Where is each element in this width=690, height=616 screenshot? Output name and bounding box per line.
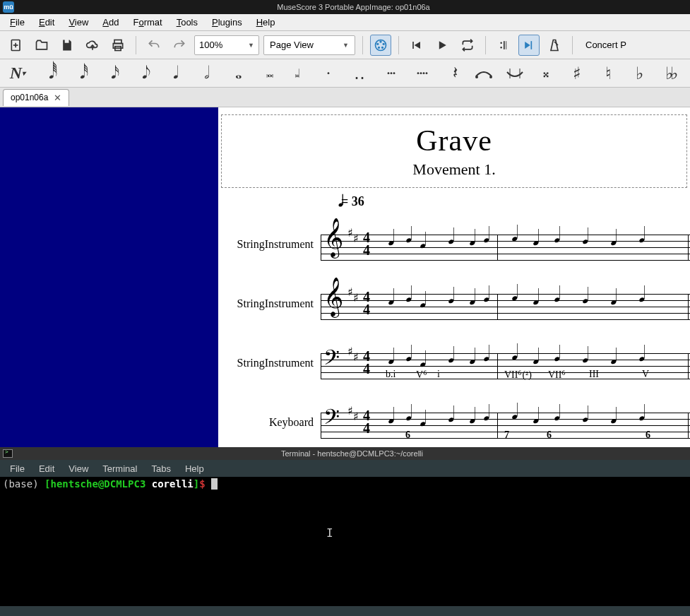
double-flat-button[interactable]: ♭♭: [658, 61, 682, 85]
staff-row[interactable]: StringInstrument𝄢♯♯44𝅘𝅥𝅘𝅥𝅘𝅥𝅘𝅥𝅘𝅥𝅘𝅥𝅘𝅥𝅘𝅥𝅘𝅥𝅘…: [218, 333, 690, 393]
roman-numeral[interactable]: b.i: [386, 369, 395, 380]
open-file-button[interactable]: [31, 35, 52, 56]
note-input-button[interactable]: N▾: [6, 61, 30, 85]
menu-edit[interactable]: Edit: [32, 14, 61, 30]
triple-dot-button[interactable]: ···: [379, 61, 403, 85]
close-tab-icon[interactable]: ✕: [54, 93, 61, 103]
staff-area[interactable]: 𝄞♯♯44𝅘𝅥𝅘𝅥𝅘𝅥𝅘𝅥𝅘𝅥𝅘𝅥𝅘𝅥𝅘𝅥𝅘𝅥𝅘𝅥𝅘𝅥𝅘𝅥: [321, 215, 690, 274]
new-file-button[interactable]: [6, 35, 27, 56]
note-whole-button[interactable]: 𝅝: [223, 61, 247, 85]
roman-numeral[interactable]: VII⁶: [548, 369, 566, 381]
figured-bass[interactable]: 6: [547, 430, 552, 441]
document-tabbar: op01n06a ✕: [0, 88, 690, 107]
term-menu-help[interactable]: Help: [178, 461, 211, 477]
terminal-body[interactable]: (base) [hentsche@DCMLPC3 corelli]$ 𝙸: [0, 477, 690, 606]
chevron-down-icon: ▼: [343, 42, 349, 49]
menu-format[interactable]: Format: [126, 14, 169, 30]
double-sharp-button[interactable]: 𝄪: [534, 61, 558, 85]
sharp-button[interactable]: ♯: [565, 61, 589, 85]
svg-marker-15: [439, 41, 446, 49]
musescore-window: mū MuseScore 3 Portable AppImage: op01n0…: [0, 0, 690, 447]
quad-dot-button[interactable]: ····: [410, 61, 434, 85]
redo-button[interactable]: [169, 35, 190, 56]
flat-button[interactable]: ♭: [627, 61, 651, 85]
pan-button[interactable]: [518, 35, 540, 56]
midi-input-button[interactable]: [370, 35, 391, 56]
menu-view[interactable]: View: [61, 14, 95, 30]
treble-clef-icon: 𝄞: [323, 280, 343, 314]
roman-numeral[interactable]: i: [437, 369, 440, 380]
staff-label: StringInstrument: [218, 357, 321, 369]
toolbar-separator: [485, 36, 486, 54]
slur-button[interactable]: [503, 61, 527, 85]
save-button[interactable]: [56, 35, 78, 56]
rest-button[interactable]: 𝄽: [441, 61, 465, 85]
menu-help[interactable]: Help: [249, 14, 282, 30]
cloud-save-button[interactable]: [82, 35, 103, 56]
document-tab[interactable]: op01n06a ✕: [3, 89, 69, 106]
menu-plugins[interactable]: Plugins: [205, 14, 249, 30]
note-8th-button[interactable]: 𝅘𝅥𝅮: [130, 61, 154, 85]
roman-numeral[interactable]: V: [642, 369, 649, 380]
term-menu-edit[interactable]: Edit: [32, 461, 61, 477]
rewind-button[interactable]: [406, 35, 427, 56]
term-menu-file[interactable]: File: [3, 461, 32, 477]
note-longa-button[interactable]: 𝆷: [285, 61, 309, 85]
toolbar-separator: [572, 36, 573, 54]
key-signature: ♯♯: [347, 407, 359, 420]
roman-numeral[interactable]: VII⁶(²): [504, 369, 532, 381]
figured-bass[interactable]: 6: [646, 430, 650, 441]
play-button[interactable]: [432, 35, 453, 56]
note-breve-button[interactable]: 𝅜: [254, 61, 278, 85]
repeat-button[interactable]: [493, 35, 514, 56]
figured-bass[interactable]: 7: [504, 430, 509, 441]
terminal-titlebar: Terminal - hentsche@DCMLPC3:~/corelli: [0, 447, 690, 460]
key-signature: ♯♯: [347, 348, 359, 361]
staff-area[interactable]: 𝄞♯♯44𝅘𝅥𝅘𝅥𝅘𝅥𝅘𝅥𝅘𝅥𝅘𝅥𝅘𝅥𝅘𝅥𝅘𝅥𝅘𝅥𝅘𝅥𝅘𝅥: [321, 274, 690, 333]
metronome-button[interactable]: [544, 35, 565, 56]
note-32nd-button[interactable]: 𝅘𝅥𝅰: [68, 61, 92, 85]
roman-numeral[interactable]: V⁶: [416, 369, 427, 381]
svg-point-17: [500, 47, 502, 49]
staff-row[interactable]: Keyboard𝄢♯♯44𝅘𝅥𝅘𝅥𝅘𝅥𝅘𝅥𝅘𝅥𝅘𝅥𝅘𝅥𝅘𝅥𝅘𝅥𝅘𝅥𝅘𝅥𝅘𝅥: [218, 393, 690, 447]
note-quarter-button[interactable]: 𝅘𝅥: [161, 61, 185, 85]
print-button[interactable]: [107, 35, 129, 56]
staff-row[interactable]: StringInstrument𝄞♯♯44𝅘𝅥𝅘𝅥𝅘𝅥𝅘𝅥𝅘𝅥𝅘𝅥𝅘𝅥𝅘𝅥𝅘𝅥𝅘…: [218, 215, 690, 274]
roman-numeral[interactable]: III: [589, 369, 599, 380]
treble-clef-icon: 𝄞: [323, 220, 343, 254]
note-16th-button[interactable]: 𝅘𝅥𝅯: [99, 61, 123, 85]
side-panel[interactable]: [0, 107, 218, 447]
loop-button[interactable]: [457, 35, 478, 56]
undo-button[interactable]: [143, 35, 165, 56]
tempo-marking[interactable]: 𝅘𝅥 = 36: [338, 192, 690, 211]
menu-add[interactable]: Add: [95, 14, 126, 30]
note-half-button[interactable]: 𝅗𝅥: [192, 61, 216, 85]
svg-point-10: [383, 43, 384, 45]
menu-file[interactable]: File: [3, 14, 32, 30]
title-frame[interactable]: Grave Movement 1.: [221, 114, 687, 188]
toolbar-separator: [362, 36, 363, 54]
tie-button[interactable]: [472, 61, 496, 85]
dot-button[interactable]: ·: [316, 61, 340, 85]
note-64th-button[interactable]: 𝅘𝅥𝅱: [37, 61, 61, 85]
view-mode-select[interactable]: Page View▼: [263, 35, 355, 55]
bass-clef-icon: 𝄢: [323, 407, 340, 432]
concert-pitch-button[interactable]: Concert P: [580, 37, 632, 53]
svg-marker-20: [525, 42, 530, 49]
zoom-select[interactable]: 100%▼: [194, 35, 259, 55]
figured-bass[interactable]: 6: [405, 430, 410, 441]
menu-tools[interactable]: Tools: [169, 14, 205, 30]
term-menu-tabs[interactable]: Tabs: [144, 461, 177, 477]
staff-row[interactable]: StringInstrument𝄞♯♯44𝅘𝅥𝅘𝅥𝅘𝅥𝅘𝅥𝅘𝅥𝅘𝅥𝅘𝅥𝅘𝅥𝅘𝅥𝅘…: [218, 274, 690, 333]
term-menu-terminal[interactable]: Terminal: [95, 461, 144, 477]
svg-point-8: [380, 41, 381, 42]
menubar: File Edit View Add Format Tools Plugins …: [0, 14, 690, 31]
terminal-menubar: File Edit View Terminal Tabs Help: [0, 460, 690, 477]
toolbar-main: 100%▼ Page View▼ Concert P: [0, 31, 690, 59]
double-dot-button[interactable]: ‥: [347, 61, 371, 85]
bass-clef-icon: 𝄢: [323, 348, 340, 373]
score-canvas[interactable]: Grave Movement 1. 𝅘𝅥 = 36 StringInstrume…: [218, 107, 690, 447]
natural-button[interactable]: ♮: [596, 61, 620, 85]
staff-area[interactable]: 𝄢♯♯44𝅘𝅥𝅘𝅥𝅘𝅥𝅘𝅥𝅘𝅥𝅘𝅥𝅘𝅥𝅘𝅥𝅘𝅥𝅘𝅥𝅘𝅥𝅘𝅥: [321, 333, 690, 393]
term-menu-view[interactable]: View: [61, 461, 95, 477]
